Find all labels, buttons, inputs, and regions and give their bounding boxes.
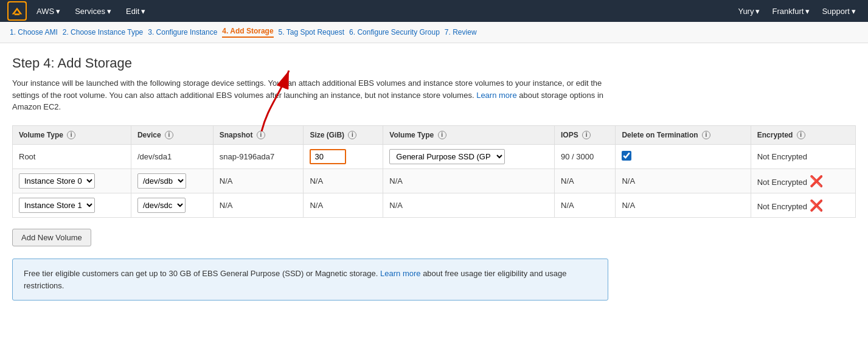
step-5[interactable]: 5. Tag Spot Request (279, 28, 345, 36)
table-row-3: Instance Store 1/dev/sdcN/AN/AN/AN/AN/AN… (13, 193, 856, 218)
svg-rect-0 (9, 2, 26, 19)
encrypted-info-icon[interactable]: i (797, 131, 805, 139)
cell-delete-2: N/A (616, 169, 751, 193)
nav-left: AWS ▾ Services ▾ Edit ▾ (7, 1, 150, 21)
user-menu[interactable]: Yury ▾ (733, 7, 765, 16)
cell-vol-type-dropdown-1[interactable]: General Purpose SSD (GP2) (383, 145, 555, 169)
cell-delete-3: N/A (616, 193, 751, 218)
learn-more-storage-link[interactable]: Learn more (476, 91, 516, 100)
cell-snapshot-3: N/A (213, 193, 304, 218)
col-device: Device i (131, 125, 213, 145)
col-volume-type: Volume Type i (13, 125, 131, 145)
svg-rect-2 (15, 13, 19, 15)
size-input-1[interactable] (310, 149, 346, 164)
iops-info-icon[interactable]: i (582, 131, 591, 139)
cell-device-3[interactable]: /dev/sdc (131, 193, 213, 218)
cell-vol-type-dropdown-2: N/A (383, 169, 555, 193)
device-select-2[interactable]: /dev/sdb (137, 173, 186, 189)
support-menu[interactable]: Support ▾ (817, 7, 861, 16)
col-delete: Delete on Termination i (616, 125, 751, 145)
cell-encrypted-3: Not Encrypted ❌ (751, 193, 855, 218)
cell-iops-1: 90 / 3000 (555, 145, 616, 169)
table-row-2: Instance Store 0/dev/sdbN/AN/AN/AN/AN/AN… (13, 169, 856, 193)
region-menu[interactable]: Frankfurt ▾ (767, 7, 814, 16)
aws-menu[interactable]: AWS ▾ (32, 7, 65, 16)
step-3[interactable]: 3. Configure Instance (148, 28, 217, 36)
table-header: Volume Type i Device i Snapshot i Size (… (13, 125, 856, 145)
snapshot-info-icon[interactable]: i (257, 131, 265, 139)
info-box: Free tier eligible customers can get up … (12, 259, 608, 301)
add-volume-button[interactable]: Add New Volume (12, 229, 91, 246)
volume-type-info-icon[interactable]: i (67, 131, 75, 139)
col-size: Size (GiB) i (304, 125, 383, 145)
cell-vol-type-2[interactable]: Instance Store 0 (13, 169, 131, 193)
col-encrypted: Encrypted i (751, 125, 855, 145)
cell-vol-type-dropdown-3: N/A (383, 193, 555, 218)
header-row: Volume Type i Device i Snapshot i Size (… (13, 125, 856, 145)
services-menu[interactable]: Services ▾ (70, 7, 116, 16)
delete-checkbox-1[interactable] (622, 151, 631, 161)
step-4[interactable]: 4. Add Storage (222, 27, 273, 38)
storage-table: Volume Type i Device i Snapshot i Size (… (12, 125, 856, 218)
table-row-1: Root/dev/sda1snap-9196ada7General Purpos… (13, 145, 856, 169)
cell-iops-2: N/A (555, 169, 616, 193)
delete-info-icon[interactable]: i (702, 131, 710, 139)
cell-encrypted-2: Not Encrypted ❌ (751, 169, 855, 193)
user-dropdown-icon: ▾ (755, 7, 760, 16)
cell-vol-type-3[interactable]: Instance Store 1 (13, 193, 131, 218)
aws-logo (7, 1, 27, 21)
page-description: Your instance will be launched with the … (12, 77, 608, 113)
step-6[interactable]: 6. Configure Security Group (349, 28, 440, 36)
size-info-icon[interactable]: i (348, 131, 356, 139)
support-dropdown-icon: ▾ (852, 7, 856, 16)
top-navigation: AWS ▾ Services ▾ Edit ▾ Yury ▾ Frankfurt… (0, 0, 868, 22)
vol-type-select-2[interactable]: Instance Store 0 (19, 173, 95, 189)
nav-right: Yury ▾ Frankfurt ▾ Support ▾ (733, 7, 861, 16)
aws-dropdown-icon: ▾ (56, 7, 60, 16)
cell-iops-3: N/A (555, 193, 616, 218)
cell-snapshot-2: N/A (213, 169, 304, 193)
volume-type-select-1[interactable]: General Purpose SSD (GP2) (389, 149, 505, 164)
table-body: Root/dev/sda1snap-9196ada7General Purpos… (13, 145, 856, 218)
storage-table-container: Volume Type i Device i Snapshot i Size (… (12, 125, 856, 218)
device-select-3[interactable]: /dev/sdc (137, 198, 186, 213)
device-info-icon[interactable]: i (165, 131, 173, 139)
edit-dropdown-icon: ▾ (141, 7, 145, 16)
cell-size-3: N/A (304, 193, 383, 218)
cell-delete-1[interactable] (616, 145, 751, 169)
cell-vol-type-1: Root (13, 145, 131, 169)
col-iops: IOPS i (555, 125, 616, 145)
region-dropdown-icon: ▾ (805, 7, 810, 16)
cell-device-2[interactable]: /dev/sdb (131, 169, 213, 193)
cell-device-1: /dev/sda1 (131, 145, 213, 169)
step-2[interactable]: 2. Choose Instance Type (63, 28, 144, 36)
step-1[interactable]: 1. Choose AMI (10, 28, 58, 36)
cell-size-2: N/A (304, 169, 383, 193)
page-title: Step 4: Add Storage (12, 55, 856, 71)
col-vol-type: Volume Type i (383, 125, 555, 145)
vol-type-select-3[interactable]: Instance Store 1 (19, 198, 95, 213)
cell-encrypted-1: Not Encrypted (751, 145, 855, 169)
col-snapshot: Snapshot i (213, 125, 304, 145)
learn-more-tier-link[interactable]: Learn more (380, 269, 420, 278)
services-dropdown-icon: ▾ (107, 7, 111, 16)
cell-size-1[interactable] (304, 145, 383, 169)
step-7[interactable]: 7. Review (445, 28, 477, 36)
vol-type-info-icon[interactable]: i (438, 131, 446, 139)
cell-snapshot-1: snap-9196ada7 (213, 145, 304, 169)
wizard-steps: 1. Choose AMI 2. Choose Instance Type 3.… (0, 22, 868, 43)
remove-row-button-2[interactable]: ❌ (810, 176, 823, 187)
edit-menu[interactable]: Edit ▾ (121, 7, 150, 16)
main-content: Step 4: Add Storage Your instance will b… (0, 43, 868, 313)
remove-row-button-3[interactable]: ❌ (810, 200, 823, 211)
